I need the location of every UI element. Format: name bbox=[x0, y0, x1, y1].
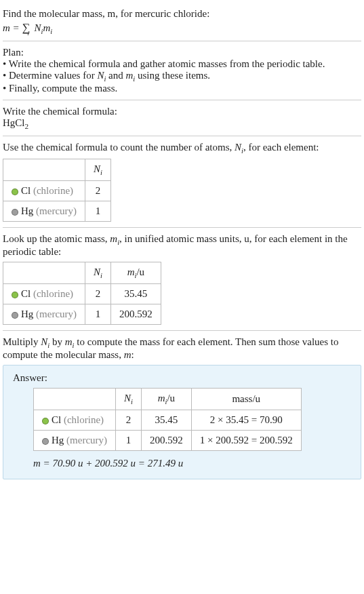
element-cell: Hg (mercury) bbox=[3, 304, 85, 325]
answer-box: Answer: Ni mi/u mass/u Cl (chlorine) 2 3… bbox=[3, 365, 361, 479]
n-cell: 2 bbox=[85, 284, 111, 304]
element-name: (chlorine) bbox=[31, 288, 73, 299]
formula-n: N bbox=[35, 22, 41, 33]
formula-lhs: m = bbox=[3, 22, 22, 33]
element-symbol: Hg bbox=[21, 205, 33, 216]
intro-formula: m = ∑i Nimi bbox=[3, 21, 361, 35]
m-cell: 35.45 bbox=[142, 410, 192, 431]
col-m: m bbox=[127, 266, 135, 277]
table-row: Cl (chlorine) 2 bbox=[3, 181, 111, 201]
table-header-blank bbox=[3, 159, 85, 181]
table-row: Cl (chlorine) 2 35.45 bbox=[3, 284, 161, 304]
formula-heading: Write the chemical formula: bbox=[3, 106, 361, 117]
col-n: N bbox=[94, 266, 100, 277]
table-header-n: Ni bbox=[85, 159, 111, 181]
table-header-blank bbox=[34, 389, 116, 410]
count-text: , for each element: bbox=[243, 142, 319, 153]
element-cell: Cl (chlorine) bbox=[34, 410, 116, 431]
table-header-m: mi/u bbox=[111, 262, 161, 284]
col-m: m bbox=[158, 393, 165, 403]
element-symbol: Cl bbox=[21, 185, 31, 196]
element-name: (mercury) bbox=[64, 435, 107, 446]
n-cell: 1 bbox=[85, 201, 111, 222]
table-header-mass: mass/u bbox=[191, 389, 301, 410]
count-n: N bbox=[235, 142, 241, 153]
plan-text: using these items. bbox=[135, 70, 210, 81]
col-ni: i bbox=[100, 272, 102, 279]
count-heading: Use the chemical formula to count the nu… bbox=[3, 142, 361, 155]
col-ni: i bbox=[131, 398, 133, 405]
plan-item: Determine values for Ni and mi using the… bbox=[3, 70, 361, 83]
compute-mm: m bbox=[124, 349, 132, 360]
plan-item: Write the chemical formula and gather at… bbox=[3, 58, 361, 70]
table-row: Hg (mercury) 1 200.592 1 × 200.592 = 200… bbox=[34, 431, 302, 451]
intro-line: Find the molecular mass, m, for mercuric… bbox=[3, 8, 361, 20]
plan-text: Determine values for bbox=[9, 70, 97, 81]
table-row: Hg (mercury) 1 200.592 bbox=[3, 304, 161, 325]
element-symbol: Hg bbox=[52, 435, 64, 446]
element-swatch bbox=[12, 312, 18, 319]
m-cell: 200.592 bbox=[111, 304, 161, 325]
element-cell: Cl (chlorine) bbox=[3, 284, 85, 304]
m-cell: 200.592 bbox=[142, 431, 192, 451]
col-ni: i bbox=[100, 169, 102, 176]
count-section: Use the chemical formula to count the nu… bbox=[3, 136, 361, 228]
n-cell: 1 bbox=[85, 304, 111, 325]
plan-heading: Plan: bbox=[3, 47, 361, 58]
table-row: Hg (mercury) 1 bbox=[3, 201, 111, 222]
plan-text: and bbox=[106, 70, 125, 81]
table-header-n: Ni bbox=[116, 389, 142, 410]
element-symbol: Cl bbox=[52, 414, 61, 425]
formula-section: Write the chemical formula: HgCl2 bbox=[3, 100, 361, 136]
intro-section: Find the molecular mass, m, for mercuric… bbox=[3, 3, 361, 41]
mass-cell: 1 × 200.592 = 200.592 bbox=[191, 431, 301, 451]
element-cell: Cl (chlorine) bbox=[3, 181, 85, 201]
intro-text: Find the molecular mass, m, for mercuric… bbox=[3, 8, 209, 19]
table-header-row: Ni mi/u mass/u bbox=[34, 389, 302, 410]
element-swatch bbox=[42, 438, 49, 445]
element-cell: Hg (mercury) bbox=[3, 201, 85, 222]
formula-sub: 2 bbox=[25, 122, 29, 130]
formula-m-sub: i bbox=[50, 28, 52, 35]
element-cell: Hg (mercury) bbox=[34, 431, 116, 451]
formula-m: m bbox=[43, 22, 50, 33]
compute-n: N bbox=[41, 336, 47, 347]
n-cell: 1 bbox=[116, 431, 142, 451]
table-header-row: Ni bbox=[3, 159, 111, 181]
count-text: Use the chemical formula to count the nu… bbox=[3, 142, 235, 153]
plan-list: Write the chemical formula and gather at… bbox=[3, 58, 361, 94]
element-swatch bbox=[12, 189, 18, 195]
element-swatch bbox=[12, 292, 18, 298]
element-swatch bbox=[12, 209, 18, 216]
mass-section: Look up the atomic mass, mi, in unified … bbox=[3, 228, 361, 331]
compute-heading: Multiply Ni by mi to compute the mass fo… bbox=[3, 336, 361, 361]
col-m-unit: /u bbox=[136, 266, 144, 277]
table-header-n: Ni bbox=[85, 262, 111, 284]
answer-label: Answer: bbox=[13, 372, 351, 384]
table-header-m: mi/u bbox=[142, 389, 192, 410]
mass-heading: Look up the atomic mass, mi, in unified … bbox=[3, 233, 361, 258]
chemical-formula: HgCl2 bbox=[3, 117, 361, 130]
element-name: (chlorine) bbox=[61, 414, 104, 425]
table-header-blank bbox=[3, 262, 85, 284]
table-row: Cl (chlorine) 2 35.45 2 × 35.45 = 70.90 bbox=[34, 410, 302, 431]
answer-table: Ni mi/u mass/u Cl (chlorine) 2 35.45 2 ×… bbox=[33, 388, 302, 451]
plan-m: m bbox=[126, 70, 134, 81]
element-symbol: Cl bbox=[21, 288, 31, 299]
mass-m: m bbox=[110, 233, 117, 244]
col-n: N bbox=[94, 163, 100, 174]
element-name: (mercury) bbox=[33, 205, 77, 216]
element-name: (mercury) bbox=[33, 309, 77, 319]
col-m-unit: /u bbox=[167, 393, 175, 403]
n-cell: 2 bbox=[116, 410, 142, 431]
plan-section: Plan: Write the chemical formula and gat… bbox=[3, 41, 361, 100]
element-symbol: Hg bbox=[21, 309, 33, 319]
table-header-row: Ni mi/u bbox=[3, 262, 161, 284]
n-cell: 2 bbox=[85, 181, 111, 201]
plan-n: N bbox=[97, 70, 104, 81]
element-name: (chlorine) bbox=[31, 185, 73, 196]
mass-text: Look up the atomic mass, bbox=[3, 233, 110, 244]
mass-table: Ni mi/u Cl (chlorine) 2 35.45 Hg (mercur… bbox=[3, 262, 161, 325]
col-n: N bbox=[124, 393, 131, 403]
compute-m: m bbox=[65, 336, 73, 347]
